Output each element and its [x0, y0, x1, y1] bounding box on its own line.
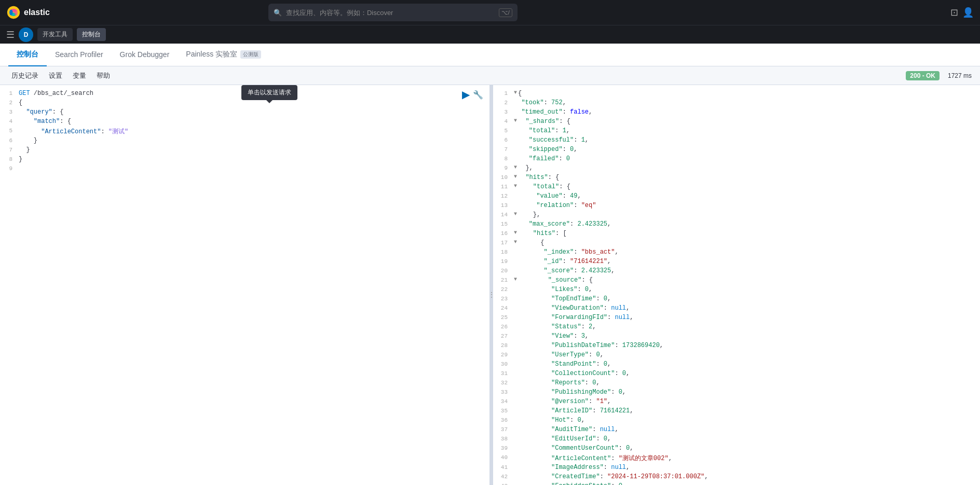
user-icon[interactable]: 👤 — [962, 7, 974, 18]
collapse-icon[interactable]: ▼ — [514, 118, 517, 123]
line-content: "max_score": 2.423325, — [514, 220, 980, 228]
editor-line-8: 8 } — [0, 155, 489, 164]
line-number: 9 — [493, 164, 514, 171]
painless-badge: 公测版 — [240, 50, 261, 59]
settings-wrench-button[interactable]: 🔧 — [473, 88, 483, 101]
response-line-42: 42 "CreatedTime": "2024-11-29T08:37:01.0… — [493, 473, 980, 482]
line-content: "_source": { — [518, 276, 980, 284]
global-search-bar[interactable]: 🔍 ⌥/ — [268, 4, 518, 21]
line-content: "UserType": 0, — [514, 351, 980, 358]
history-button[interactable]: 历史记录 — [8, 70, 42, 81]
elastic-logo-text: elastic — [24, 8, 50, 17]
elastic-logo[interactable]: elastic — [6, 5, 50, 20]
hamburger-menu-button[interactable]: ☰ — [6, 29, 15, 40]
response-line-30: 30 "StandPoint": 0, — [493, 360, 980, 369]
svg-point-0 — [7, 6, 20, 19]
code-editor[interactable]: 1 GET /bbs_act/_search 2 { 3 "query": { … — [0, 85, 489, 485]
response-line-14: 14 ▼ }, — [493, 211, 980, 220]
line-number: 27 — [493, 332, 514, 339]
line-content: "timed_out": false, — [514, 108, 980, 116]
toolbar: 历史记录 设置 变量 帮助 200 - OK 1727 ms — [0, 66, 980, 85]
response-line-38: 38 "EditUserId": 0, — [493, 435, 980, 444]
line-number: 2 — [493, 99, 514, 106]
line-content: "Status": 2, — [514, 323, 980, 330]
editor-line-7: 7 } — [0, 146, 489, 155]
line-content: "match": { — [19, 118, 489, 125]
collapse-icon[interactable]: ▼ — [514, 174, 517, 179]
collapse-icon[interactable]: ▼ — [514, 276, 517, 282]
line-number: 14 — [493, 211, 514, 218]
help-button[interactable]: 帮助 — [93, 70, 113, 81]
collapse-icon[interactable]: ▼ — [514, 183, 517, 189]
global-search-input[interactable] — [286, 9, 495, 17]
line-content: "ForwardingFId": null, — [514, 314, 980, 321]
top-navbar: elastic 🔍 ⌥/ ⊡ 👤 — [0, 0, 980, 25]
response-line-26: 26 "Status": 2, — [493, 323, 980, 332]
line-number: 1 — [0, 90, 19, 96]
line-content: "failed": 0 — [514, 155, 980, 162]
collapse-icon[interactable]: ▼ — [514, 164, 517, 170]
line-content: "Hot": 0, — [514, 417, 980, 424]
collapse-icon[interactable]: ▼ — [514, 90, 517, 95]
line-number: 6 — [493, 136, 514, 143]
collapse-icon[interactable]: ▼ — [514, 239, 517, 245]
line-number: 37 — [493, 426, 514, 433]
line-number: 41 — [493, 464, 514, 470]
response-line-16: 16 ▼ "hits": [ — [493, 229, 980, 239]
line-content: { — [19, 99, 489, 106]
line-number: 33 — [493, 389, 514, 395]
response-line-25: 25 "ForwardingFId": null, — [493, 313, 980, 323]
response-line-4: 4 ▼ "_shards": { — [493, 117, 980, 127]
line-number: 4 — [0, 118, 19, 124]
line-number: 21 — [493, 276, 514, 283]
line-content: "_score": 2.423325, — [514, 267, 980, 274]
console-button[interactable]: 控制台 — [77, 28, 106, 41]
line-content: "PublishingMode": 0, — [514, 389, 980, 396]
line-number: 35 — [493, 407, 514, 414]
search-shortcut: ⌥/ — [499, 8, 512, 17]
display-icon[interactable]: ⊡ — [950, 7, 958, 18]
line-number: 24 — [493, 304, 514, 311]
editor-line-9: 9 — [0, 164, 489, 174]
response-line-22: 22 "Likes": 0, — [493, 285, 980, 295]
line-content: "_id": "71614221", — [514, 258, 980, 265]
line-number: 13 — [493, 202, 514, 209]
tab-painless[interactable]: Painless 实验室 公测版 — [178, 44, 269, 66]
tab-grok-debugger[interactable]: Grok Debugger — [112, 44, 178, 66]
line-number: 5 — [0, 127, 19, 134]
editor-line-6: 6 } — [0, 136, 489, 146]
response-line-7: 7 "skipped": 0, — [493, 145, 980, 155]
line-content: "_index": "bbs_act", — [514, 248, 980, 256]
response-line-31: 31 "CollectionCount": 0, — [493, 369, 980, 379]
tab-console[interactable]: 控制台 — [8, 44, 47, 66]
variables-button[interactable]: 变量 — [70, 70, 89, 81]
response-line-15: 15 "max_score": 2.423325, — [493, 220, 980, 229]
collapse-icon[interactable]: ▼ — [514, 211, 517, 217]
response-editor[interactable]: 1 ▼ { 2 "took": 752, 3 "timed_out": fals… — [493, 85, 980, 485]
line-content: "ArticleID": 71614221, — [514, 407, 980, 414]
line-content: } — [19, 137, 489, 144]
line-number: 6 — [0, 137, 19, 144]
run-controls: ▶ 🔧 — [462, 88, 483, 101]
timing-text: 1727 ms — [948, 72, 972, 79]
line-content: } — [19, 156, 489, 163]
line-content: "ImageAddress": null, — [514, 464, 980, 471]
status-badge: 200 - OK — [906, 71, 940, 80]
response-line-27: 27 "View": 3, — [493, 332, 980, 341]
response-line-32: 32 "Reports": 0, — [493, 379, 980, 388]
line-number: 34 — [493, 398, 514, 405]
sub-navbar: ☰ D 开发工具 控制台 — [0, 25, 980, 44]
collapse-icon[interactable]: ▼ — [514, 230, 517, 235]
line-number: 16 — [493, 230, 514, 237]
run-button[interactable]: ▶ — [462, 88, 470, 101]
line-number: 36 — [493, 417, 514, 423]
response-line-18: 18 "_index": "bbs_act", — [493, 248, 980, 257]
line-content: }, — [518, 211, 980, 218]
user-badge[interactable]: D — [19, 27, 33, 42]
line-content: "View": 3, — [514, 332, 980, 340]
dev-tools-button[interactable]: 开发工具 — [37, 28, 73, 41]
tab-search-profiler[interactable]: Search Profiler — [47, 44, 112, 66]
settings-button[interactable]: 设置 — [46, 70, 65, 81]
line-content: "CommentUserCount": 0, — [514, 445, 980, 452]
line-number: 8 — [0, 156, 19, 162]
